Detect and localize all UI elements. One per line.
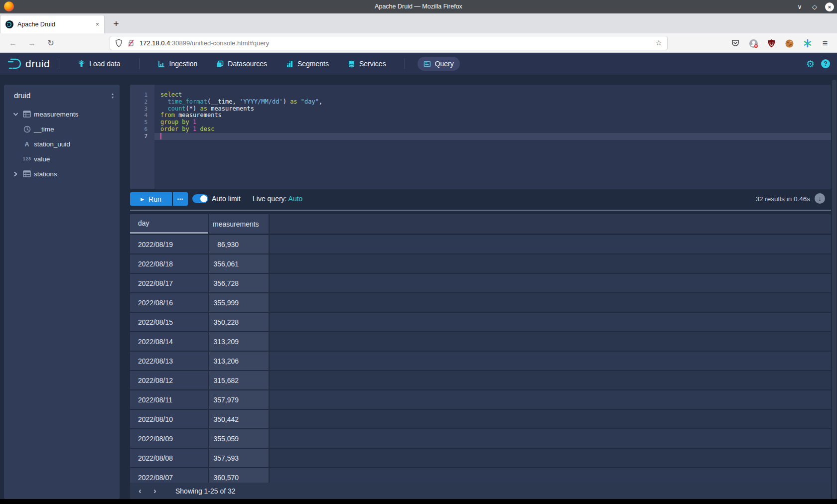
table-row: 2022/08/08357,593: [130, 449, 831, 467]
druid-logo[interactable]: druid: [7, 57, 50, 70]
auto-limit-toggle[interactable]: [192, 194, 208, 203]
code-line: group by 1: [154, 119, 831, 126]
tree-item-time[interactable]: __time: [4, 122, 120, 136]
cell-day[interactable]: 2022/08/16: [130, 293, 208, 312]
pocket-icon[interactable]: [729, 37, 741, 49]
nav-item-services[interactable]: Services: [342, 57, 392, 71]
cell-measurements[interactable]: 355,999: [209, 293, 269, 312]
tree-item-measurements[interactable]: measurements: [4, 107, 120, 122]
pagination-bar: ‹ › Showing 1-25 of 32: [130, 483, 831, 499]
druid-navbar: druid Load dataIngestionDatasourcesSegme…: [0, 53, 837, 75]
window-close-icon[interactable]: ×: [825, 2, 834, 11]
column-header-day[interactable]: day: [130, 214, 208, 234]
tab-close-icon[interactable]: ×: [96, 21, 99, 28]
nav-item-ingestion[interactable]: Ingestion: [152, 57, 204, 71]
insecure-lock-icon[interactable]: [128, 39, 135, 47]
multiaccount-containers-icon[interactable]: [802, 37, 814, 49]
cookie-extension-icon[interactable]: [783, 37, 795, 49]
column-header-measurements[interactable]: measurements: [209, 214, 269, 234]
cell-measurements[interactable]: 357,979: [209, 390, 269, 409]
run-more-button[interactable]: •••: [173, 192, 188, 206]
bookmark-star-icon[interactable]: ☆: [656, 38, 662, 47]
row-filler: [270, 293, 831, 312]
cell-measurements[interactable]: 350,228: [209, 313, 269, 331]
shield-icon[interactable]: [115, 39, 123, 47]
window-minimize-icon[interactable]: ∨: [795, 3, 804, 10]
cell-measurements[interactable]: 315,682: [209, 371, 269, 389]
tab-apache-druid[interactable]: Apache Druid ×: [0, 15, 105, 33]
app-menu-icon[interactable]: ≡: [819, 37, 831, 49]
nav-item-load-data[interactable]: Load data: [72, 57, 126, 71]
cell-measurements[interactable]: 360,570: [209, 468, 269, 483]
tree-item-label: measurements: [34, 111, 78, 118]
url-text[interactable]: 172.18.0.4:30899/unified-console.html#qu…: [140, 39, 269, 47]
cell-day[interactable]: 2022/08/19: [130, 235, 208, 253]
row-filler: [270, 468, 831, 483]
run-button[interactable]: ▶ Run: [130, 192, 172, 206]
cell-measurements[interactable]: 86,930: [209, 235, 269, 253]
editor-gutter: 1234567: [130, 85, 154, 189]
row-filler: [270, 235, 831, 253]
cell-day[interactable]: 2022/08/10: [130, 410, 208, 428]
editor-code[interactable]: select time_format(__time, 'YYYY/MM/dd')…: [154, 85, 831, 189]
cell-day[interactable]: 2022/08/07: [130, 468, 208, 483]
nav-item-datasources[interactable]: Datasources: [210, 57, 273, 71]
cell-day[interactable]: 2022/08/12: [130, 371, 208, 389]
auto-limit-label: Auto limit: [212, 195, 241, 203]
help-icon[interactable]: ?: [821, 59, 830, 68]
tab-bar: Apache Druid × +: [0, 13, 837, 33]
cell-measurements[interactable]: 313,209: [209, 332, 269, 351]
cell-measurements[interactable]: 350,442: [209, 410, 269, 428]
tree-item-label: __time: [34, 126, 54, 133]
cell-measurements[interactable]: 356,061: [209, 254, 269, 273]
tree-item-label: stations: [34, 170, 57, 178]
live-query-label[interactable]: Live query: Auto: [253, 195, 302, 203]
cell-measurements[interactable]: 313,206: [209, 352, 269, 370]
account-extension-icon[interactable]: [747, 37, 759, 49]
tree-item-value[interactable]: 123value: [4, 151, 120, 166]
ingestion-icon: [158, 60, 165, 68]
row-filler: [270, 332, 831, 351]
text-cursor: [160, 133, 161, 139]
cell-day[interactable]: 2022/08/09: [130, 429, 208, 448]
cell-day[interactable]: 2022/08/08: [130, 449, 208, 467]
table-row: 2022/08/15350,228: [130, 313, 831, 331]
next-page-icon[interactable]: ›: [147, 487, 162, 496]
download-icon[interactable]: ↓: [815, 193, 825, 204]
cell-measurements[interactable]: 355,059: [209, 429, 269, 448]
schema-name[interactable]: druid: [14, 91, 30, 100]
new-tab-button[interactable]: +: [110, 17, 123, 30]
reload-button[interactable]: ↻: [45, 37, 57, 49]
nav-item-query[interactable]: Query: [418, 57, 460, 71]
table-row: 2022/08/13313,206: [130, 352, 831, 370]
nav-item-label: Segments: [297, 60, 329, 68]
chevron-right-icon[interactable]: [13, 171, 20, 177]
code-line: from measurements: [154, 112, 831, 119]
previous-page-icon[interactable]: ‹: [133, 487, 147, 496]
cell-measurements[interactable]: 356,728: [209, 274, 269, 292]
page-scrollbar[interactable]: [832, 80, 837, 499]
sql-editor[interactable]: 1234567 select time_format(__time, 'YYYY…: [130, 85, 831, 189]
nav-item-segments[interactable]: Segments: [280, 57, 335, 71]
window-maximize-icon[interactable]: ◇: [810, 3, 819, 10]
cell-day[interactable]: 2022/08/13: [130, 352, 208, 370]
ublock-origin-icon[interactable]: [765, 37, 777, 49]
cell-day[interactable]: 2022/08/14: [130, 332, 208, 351]
url-bar[interactable]: 172.18.0.4:30899/unified-console.html#qu…: [110, 36, 668, 50]
back-button[interactable]: ←: [7, 37, 19, 49]
tree-item-station-uuid[interactable]: Astation_uuid: [4, 136, 120, 151]
chevron-down-icon[interactable]: [13, 112, 20, 117]
url-host: 172.18.0.4: [140, 39, 170, 47]
cell-measurements[interactable]: 357,593: [209, 449, 269, 467]
cell-day[interactable]: 2022/08/11: [130, 390, 208, 409]
sort-caret-icon[interactable]: ▴▾: [112, 90, 114, 99]
settings-gear-icon[interactable]: ⚙: [806, 58, 815, 70]
cell-day[interactable]: 2022/08/18: [130, 254, 208, 273]
resize-handle[interactable]: [130, 210, 831, 211]
tree-item-stations[interactable]: stations: [4, 166, 120, 181]
table-row: 2022/08/16355,999: [130, 293, 831, 312]
cell-day[interactable]: 2022/08/15: [130, 313, 208, 331]
forward-button[interactable]: →: [26, 37, 38, 49]
cell-day[interactable]: 2022/08/17: [130, 274, 208, 292]
table-icon: [22, 170, 32, 177]
